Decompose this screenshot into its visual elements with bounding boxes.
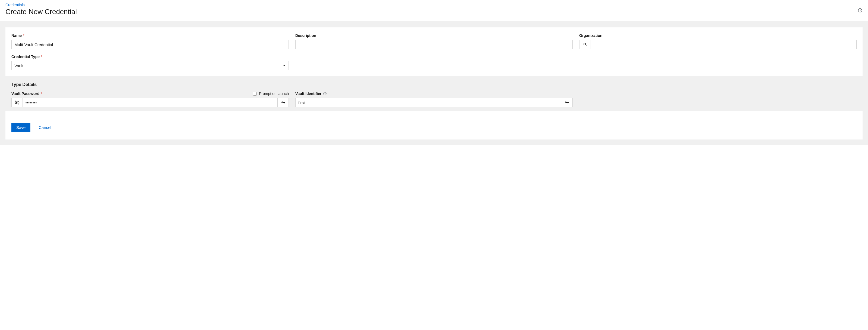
organization-input[interactable] [591,40,857,49]
page-header: Credentials Create New Credential [0,0,868,21]
search-icon [583,42,587,47]
breadcrumb-parent-link[interactable]: Credentials [5,3,25,7]
required-marker: * [40,91,42,96]
organization-label: Organization [579,33,602,38]
vault-password-group: Vault Password * Prompt on launch [11,91,289,107]
prompt-on-launch-label: Prompt on launch [259,91,289,96]
organization-lookup-button[interactable] [579,40,591,49]
key-icon [564,100,569,105]
vault-identifier-key-button[interactable] [561,98,573,107]
vault-password-label: Vault Password [11,91,39,96]
page-title: Create New Credential [5,8,863,16]
description-group: Description [295,33,573,49]
required-marker: * [41,55,42,59]
credential-type-group: Credential Type * [11,55,289,70]
organization-group: Organization [579,33,857,49]
save-button[interactable]: Save [11,123,30,132]
name-group: Name * [11,33,289,49]
vault-identifier-input[interactable] [295,98,561,107]
description-input[interactable] [295,40,573,49]
cancel-button[interactable]: Cancel [38,125,51,130]
name-input[interactable] [11,40,289,49]
vault-password-key-button[interactable] [278,98,289,107]
name-label: Name [11,33,22,38]
vault-identifier-group: Vault Identifier [295,91,573,107]
type-details-section: Type Details Vault Password * Prompt on … [5,76,863,111]
svg-point-1 [325,94,325,94]
credential-type-select[interactable] [11,61,289,70]
vault-password-input[interactable] [23,98,278,107]
required-marker: * [23,33,24,38]
basic-fields-section: Name * Description [5,27,863,76]
form-actions: Save Cancel [5,111,863,140]
help-icon[interactable] [323,92,327,95]
description-label: Description [295,33,316,38]
credential-type-label: Credential Type [11,55,40,59]
history-icon[interactable] [857,8,863,13]
breadcrumb: Credentials [5,3,863,7]
prompt-on-launch-control[interactable]: Prompt on launch [253,91,289,96]
vault-identifier-label: Vault Identifier [295,91,321,96]
key-icon [281,100,285,105]
prompt-on-launch-checkbox[interactable] [253,92,257,95]
type-details-title: Type Details [11,82,857,87]
eye-off-icon [14,100,20,105]
toggle-password-visibility-button[interactable] [11,98,23,107]
